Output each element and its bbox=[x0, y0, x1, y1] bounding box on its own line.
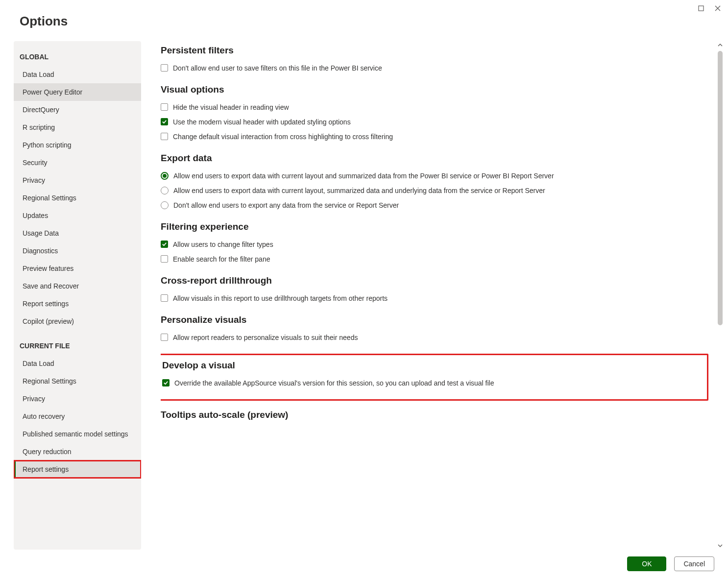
sidebar-item-data-load[interactable]: Data Load bbox=[14, 66, 141, 83]
section-cross-report-drillthrough: Cross-report drillthrough bbox=[161, 275, 708, 286]
sidebar-item-preview-features[interactable]: Preview features bbox=[14, 260, 141, 277]
cancel-button[interactable]: Cancel bbox=[674, 556, 714, 571]
dialog-header: Options bbox=[0, 0, 728, 39]
section-tooltips-auto-scale: Tooltips auto-scale (preview) bbox=[161, 410, 708, 420]
sidebar-item-diagnostics[interactable]: Diagnostics bbox=[14, 242, 141, 260]
checkbox-change-filter-types[interactable]: Allow users to change filter types bbox=[161, 237, 708, 252]
checkbox-cross-filtering-default[interactable]: Change default visual interaction from c… bbox=[161, 129, 708, 144]
scrollbar-thumb[interactable] bbox=[718, 51, 723, 325]
sidebar-item-cf-regional-settings[interactable]: Regional Settings bbox=[14, 372, 141, 390]
dialog-title: Options bbox=[20, 14, 708, 29]
radio-icon bbox=[161, 187, 169, 194]
sidebar-item-directquery[interactable]: DirectQuery bbox=[14, 101, 141, 119]
sidebar-group-global: GLOBAL bbox=[14, 49, 141, 66]
checkbox-hide-visual-header[interactable]: Hide the visual header in reading view bbox=[161, 100, 708, 115]
sidebar-item-report-settings-global[interactable]: Report settings bbox=[14, 295, 141, 313]
checkbox-icon bbox=[161, 255, 168, 263]
checkbox-override-appsource-visual[interactable]: Override the available AppSource visual'… bbox=[162, 376, 702, 390]
checkbox-icon bbox=[162, 379, 170, 386]
checkbox-cross-report-drillthrough[interactable]: Allow visuals in this report to use dril… bbox=[161, 291, 708, 306]
sidebar-item-python-scripting[interactable]: Python scripting bbox=[14, 136, 141, 154]
maximize-icon[interactable] bbox=[697, 4, 705, 13]
sidebar-item-cf-published-semantic-model-settings[interactable]: Published semantic model settings bbox=[14, 425, 141, 443]
checkbox-label: Allow users to change filter types bbox=[173, 240, 273, 249]
checkbox-personalize-visuals[interactable]: Allow report readers to personalize visu… bbox=[161, 330, 708, 345]
scrollbar[interactable] bbox=[716, 41, 724, 550]
sidebar-item-cf-privacy[interactable]: Privacy bbox=[14, 390, 141, 408]
radio-label: Don't allow end users to export any data… bbox=[173, 200, 399, 210]
checkbox-label: Allow visuals in this report to use dril… bbox=[173, 293, 388, 303]
section-filtering-experience: Filtering experience bbox=[161, 221, 708, 232]
sidebar-item-cf-auto-recovery[interactable]: Auto recovery bbox=[14, 408, 141, 425]
checkbox-icon bbox=[161, 241, 168, 248]
checkbox-filter-search[interactable]: Enable search for the filter pane bbox=[161, 252, 708, 266]
checkbox-icon bbox=[161, 103, 168, 111]
checkbox-icon bbox=[161, 334, 168, 341]
sidebar-item-usage-data[interactable]: Usage Data bbox=[14, 224, 141, 242]
sidebar-item-regional-settings[interactable]: Regional Settings bbox=[14, 189, 141, 207]
sidebar-item-updates[interactable]: Updates bbox=[14, 207, 141, 224]
sidebar-item-r-scripting[interactable]: R scripting bbox=[14, 119, 141, 136]
radio-label: Allow end users to export data with curr… bbox=[173, 186, 545, 195]
ok-button[interactable]: OK bbox=[627, 556, 666, 571]
sidebar-item-privacy[interactable]: Privacy bbox=[14, 171, 141, 189]
radio-export-underlying[interactable]: Allow end users to export data with curr… bbox=[161, 183, 708, 198]
sidebar-item-copilot-preview[interactable]: Copilot (preview) bbox=[14, 313, 141, 330]
checkbox-persistent-filters-disable[interactable]: Don't allow end user to save filters on … bbox=[161, 61, 708, 75]
radio-icon bbox=[161, 201, 169, 209]
checkbox-icon bbox=[161, 294, 168, 302]
radio-label: Allow end users to export data with curr… bbox=[173, 171, 554, 181]
checkbox-label: Override the available AppSource visual'… bbox=[174, 378, 494, 388]
content-area: Persistent filters Don't allow end user … bbox=[141, 41, 728, 550]
dialog-footer: OK Cancel bbox=[627, 556, 714, 571]
sidebar-item-power-query-editor[interactable]: Power Query Editor bbox=[14, 83, 141, 101]
checkbox-label: Use the modern visual header with update… bbox=[173, 117, 351, 127]
sidebar-item-security[interactable]: Security bbox=[14, 154, 141, 171]
checkbox-label: Hide the visual header in reading view bbox=[173, 102, 289, 112]
scroll-up-icon[interactable] bbox=[716, 41, 724, 49]
radio-icon bbox=[161, 172, 169, 180]
sidebar-item-cf-data-load[interactable]: Data Load bbox=[14, 355, 141, 372]
checkbox-icon bbox=[161, 64, 168, 72]
sidebar-group-current-file: CURRENT FILE bbox=[14, 338, 141, 355]
section-personalize-visuals: Personalize visuals bbox=[161, 314, 708, 325]
sidebar-item-cf-query-reduction[interactable]: Query reduction bbox=[14, 443, 141, 460]
section-visual-options: Visual options bbox=[161, 84, 708, 95]
content-scroll: Persistent filters Don't allow end user … bbox=[161, 41, 713, 550]
svg-rect-0 bbox=[699, 6, 704, 11]
radio-export-none[interactable]: Don't allow end users to export any data… bbox=[161, 198, 708, 213]
section-export-data: Export data bbox=[161, 153, 708, 164]
checkbox-icon bbox=[161, 118, 168, 125]
checkbox-label: Enable search for the filter pane bbox=[173, 254, 270, 264]
section-develop-visual: Develop a visual bbox=[162, 360, 702, 371]
checkbox-icon bbox=[161, 133, 168, 140]
checkbox-label: Allow report readers to personalize visu… bbox=[173, 333, 358, 342]
sidebar: GLOBAL Data Load Power Query Editor Dire… bbox=[14, 41, 141, 550]
close-icon[interactable] bbox=[713, 4, 722, 13]
radio-export-summarized[interactable]: Allow end users to export data with curr… bbox=[161, 169, 708, 183]
section-persistent-filters: Persistent filters bbox=[161, 45, 708, 56]
window-controls bbox=[697, 4, 722, 13]
highlight-develop-visual: Develop a visual Override the available … bbox=[161, 354, 708, 401]
sidebar-item-cf-report-settings[interactable]: Report settings bbox=[14, 460, 141, 478]
checkbox-label: Don't allow end user to save filters on … bbox=[173, 63, 382, 73]
sidebar-item-save-and-recover[interactable]: Save and Recover bbox=[14, 277, 141, 295]
scroll-down-icon[interactable] bbox=[716, 542, 724, 550]
checkbox-label: Change default visual interaction from c… bbox=[173, 132, 393, 142]
checkbox-modern-visual-header[interactable]: Use the modern visual header with update… bbox=[161, 115, 708, 129]
